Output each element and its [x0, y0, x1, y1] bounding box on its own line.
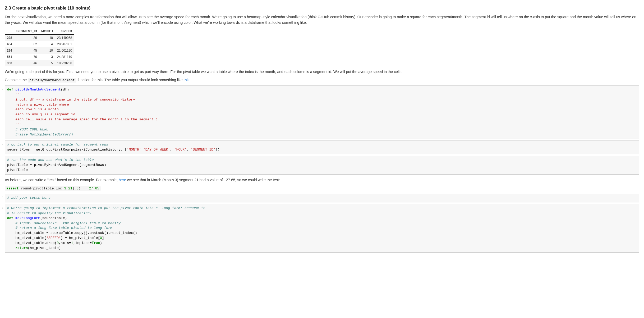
table-row: 551 70 3 24.881119 — [5, 54, 74, 60]
th-index — [5, 28, 14, 35]
th-month: MONTH — [39, 28, 55, 35]
table-row: 464 62 4 28.907801 — [5, 41, 74, 47]
assert-example: assert round(pivotTable.loc[3,21],3) == … — [5, 185, 639, 191]
cell-prompt: .. — [2, 157, 5, 161]
example-output-link[interactable]: this — [184, 78, 190, 82]
code-cell-pivot-fn[interactable]: def pivotByMonthAndSegment(df): """ inpu… — [5, 85, 639, 139]
cell-prompt: : — [2, 206, 3, 210]
th-speed: SPEED — [55, 28, 74, 35]
table-row: 294 45 10 21.601190 — [5, 47, 74, 54]
table-row: 228 39 10 23.149068 — [5, 34, 74, 41]
test-explain-paragraph: As before, we can write a "test" based o… — [5, 177, 639, 183]
intro-paragraph-2: We're going to do part of this for you. … — [5, 69, 639, 75]
code-cell-run-pivot[interactable]: # run the code and see what's in the tab… — [5, 156, 639, 175]
section-heading: 2.3 Create a basic pivot table (10 point… — [5, 5, 639, 12]
here-link[interactable]: here — [119, 178, 126, 182]
cell-prompt: : — [2, 195, 3, 199]
table-row: 300 46 5 18.220238 — [5, 60, 74, 66]
cell-prompt: .. — [2, 142, 5, 146]
code-cell-make-long-form[interactable]: # we're going to implement a transformat… — [5, 204, 639, 253]
code-cell-add-tests[interactable]: # add your tests here — [5, 194, 639, 202]
intro-paragraph-3: Complete the pivotByMonthAndSegment func… — [5, 77, 639, 83]
inline-code-fn-name: pivotByMonthAndSegment — [28, 78, 76, 83]
cell-prompt: .. — [2, 87, 5, 91]
inline-code-assert: assert round(pivotTable.loc[3,21],3) == … — [5, 186, 101, 191]
code-cell-segment-rows[interactable]: # go back to our original sample for seg… — [5, 140, 639, 154]
example-dataframe: SEGMENT_ID MONTH SPEED 228 39 10 23.1490… — [5, 28, 74, 66]
intro-paragraph-1: For the next visualization, we need a mo… — [5, 14, 639, 25]
th-segment-id: SEGMENT_ID — [14, 28, 39, 35]
